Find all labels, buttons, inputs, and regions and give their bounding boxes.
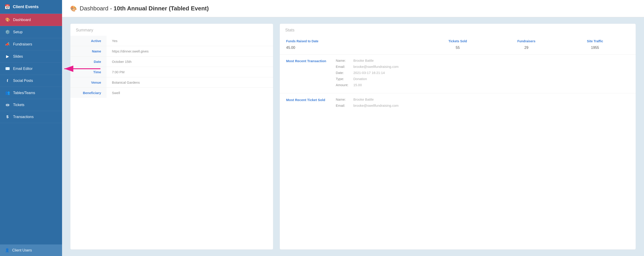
transaction-amount-row: Amount: 15.00 <box>336 83 629 87</box>
transaction-name-row: Name: Brooke Battle <box>336 59 629 62</box>
most-recent-transaction-section: Most Recent Transaction Name: Brooke Bat… <box>280 55 636 93</box>
transaction-email-row: Email: brooke@swellfundraising.com <box>336 65 629 69</box>
table-row: Venue Botanical Gardens <box>70 77 273 88</box>
stats-title: Stats <box>280 24 636 36</box>
transaction-email-val: brooke@swellfundraising.com <box>353 65 398 69</box>
sidebar-item-label: Tables/Teams <box>13 91 35 95</box>
transactions-icon: $ <box>5 115 10 119</box>
most-recent-ticket-label: Most Recent Ticket Sold <box>286 97 331 110</box>
sidebar: 📅 Client Events 🎨 Dashboard ⚙️ Setup 📣 F… <box>0 0 62 256</box>
stats-card: Stats Funds Raised to Date Tickets Sold … <box>280 24 636 250</box>
transaction-email-key: Email: <box>336 65 352 69</box>
stats-header-row: Funds Raised to Date Tickets Sold Fundra… <box>280 36 636 45</box>
date-label: Date <box>70 57 106 67</box>
page-header: 🎨 Dashboard - 10th Annual Dinner (Tabled… <box>62 0 644 17</box>
transaction-date-key: Date: <box>336 71 352 75</box>
ticket-email-row: Email: brooke@swellfundraising.com <box>336 103 629 107</box>
tables-teams-icon: 👥 <box>5 90 10 95</box>
transaction-name-key: Name: <box>336 59 352 62</box>
sidebar-item-fundraisers[interactable]: 📣 Fundraisers <box>0 38 62 50</box>
most-recent-transaction-label: Most Recent Transaction <box>286 59 331 89</box>
stats-values-row: 45.00 55 29 1955 <box>280 45 636 55</box>
venue-label: Venue <box>70 77 106 88</box>
ticket-email-val: brooke@swellfundraising.com <box>353 103 398 107</box>
summary-title: Summary <box>70 24 273 36</box>
dashboard-icon: 🎨 <box>5 18 10 22</box>
sidebar-item-label: Setup <box>13 30 22 34</box>
client-users-icon: 👤 <box>5 248 10 252</box>
sidebar-item-label: Dashboard <box>13 18 31 22</box>
beneficiary-value: Swell <box>106 88 273 98</box>
sidebar-item-tickets[interactable]: 🎟 Tickets <box>0 99 62 111</box>
tickets-sold-col-header: Tickets Sold <box>423 39 492 43</box>
ticket-name-key: Name: <box>336 97 352 101</box>
funds-raised-col-header: Funds Raised to Date <box>286 39 423 43</box>
name-value: https://dinner.swell.gives <box>106 46 273 57</box>
sidebar-header[interactable]: 📅 Client Events <box>0 0 62 14</box>
email-editor-icon: ✉️ <box>5 66 10 71</box>
page-title: Dashboard - 10th Annual Dinner (Tabled E… <box>80 5 209 12</box>
content-area: Summary Active Yes Name https://dinner.s… <box>62 17 644 256</box>
transaction-amount-key: Amount: <box>336 83 352 87</box>
fundraisers-icon: 📣 <box>5 42 10 47</box>
name-label: Name <box>70 46 106 57</box>
time-label: Time <box>70 67 106 77</box>
summary-card: Summary Active Yes Name https://dinner.s… <box>70 24 273 250</box>
ticket-details: Name: Brooke Battle Email: brooke@swellf… <box>336 97 629 110</box>
transaction-amount-val: 15.00 <box>353 83 362 87</box>
sidebar-item-social-posts[interactable]: f Social Posts <box>0 75 62 87</box>
sidebar-item-email-editor[interactable]: ✉️ Email Editor <box>0 63 62 75</box>
sidebar-item-setup[interactable]: ⚙️ Setup <box>0 26 62 38</box>
sidebar-item-slides[interactable]: ▶ Slides <box>0 50 62 63</box>
transaction-date-val: 2021-03-17 16:21:14 <box>353 71 385 75</box>
sidebar-item-transactions[interactable]: $ Transactions <box>0 111 62 123</box>
client-events-icon: 📅 <box>4 4 10 10</box>
summary-table: Active Yes Name https://dinner.swell.giv… <box>70 36 273 98</box>
main-content: 🎨 Dashboard - 10th Annual Dinner (Tabled… <box>62 0 644 256</box>
tickets-icon: 🎟 <box>5 103 10 107</box>
sidebar-item-label: Transactions <box>13 115 34 119</box>
sidebar-item-dashboard[interactable]: 🎨 Dashboard <box>0 14 62 26</box>
sidebar-header-label: Client Events <box>13 5 38 9</box>
table-row: Name https://dinner.swell.gives <box>70 46 273 57</box>
active-label: Active <box>70 36 106 46</box>
sidebar-item-label: Email Editor <box>13 67 32 71</box>
setup-icon: ⚙️ <box>5 30 10 34</box>
site-traffic-col-header: Site Traffic <box>561 39 629 43</box>
sidebar-item-tables-teams[interactable]: 👥 Tables/Teams <box>0 87 62 99</box>
ticket-email-key: Email: <box>336 103 352 107</box>
ticket-name-val: Brooke Battle <box>353 97 374 101</box>
tickets-sold-value: 55 <box>423 46 492 50</box>
time-value: 7:00 PM <box>106 67 273 77</box>
transaction-type-row: Type: Donation <box>336 77 629 81</box>
active-value: Yes <box>106 36 273 46</box>
table-row: Active Yes <box>70 36 273 46</box>
date-value: October 15th <box>106 57 273 67</box>
transaction-details: Name: Brooke Battle Email: brooke@swellf… <box>336 59 629 89</box>
table-row: Date October 15th <box>70 57 273 67</box>
sidebar-item-label: Fundraisers <box>13 42 32 46</box>
funds-raised-value: 45.00 <box>286 46 423 50</box>
table-row: Time 7:00 PM <box>70 67 273 77</box>
sidebar-item-label: Slides <box>13 55 23 59</box>
fundraisers-value: 29 <box>492 46 561 50</box>
most-recent-ticket-section: Most Recent Ticket Sold Name: Brooke Bat… <box>280 93 636 114</box>
sidebar-footer-client-users[interactable]: 👤 Client Users <box>0 244 62 256</box>
sidebar-item-label: Tickets <box>13 103 24 107</box>
transaction-type-key: Type: <box>336 77 352 81</box>
beneficiary-label: Beneficiary <box>70 88 106 98</box>
page-icon: 🎨 <box>70 6 77 12</box>
table-row: Beneficiary Swell <box>70 88 273 98</box>
site-traffic-value: 1955 <box>561 46 629 50</box>
ticket-name-row: Name: Brooke Battle <box>336 97 629 101</box>
social-posts-icon: f <box>5 78 10 83</box>
transaction-date-row: Date: 2021-03-17 16:21:14 <box>336 71 629 75</box>
transaction-name-val: Brooke Battle <box>353 59 374 62</box>
venue-value: Botanical Gardens <box>106 77 273 88</box>
sidebar-item-label: Social Posts <box>13 79 33 83</box>
sidebar-footer-label: Client Users <box>12 248 32 252</box>
slides-icon: ▶ <box>5 54 10 59</box>
fundraisers-col-header: Fundraisers <box>492 39 561 43</box>
transaction-type-val: Donation <box>353 77 367 81</box>
